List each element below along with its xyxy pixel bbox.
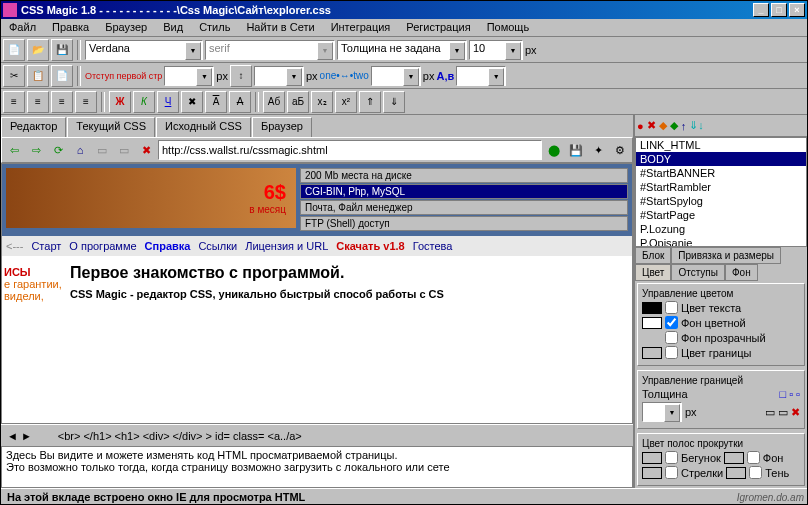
- bold-icon[interactable]: Ж: [109, 91, 131, 113]
- bg-transparent-check[interactable]: [665, 331, 678, 344]
- open-file-icon[interactable]: 📂: [27, 39, 49, 61]
- tools-icon[interactable]: ⚙: [610, 140, 630, 160]
- menu-view[interactable]: Вид: [155, 19, 191, 36]
- menu-style[interactable]: Стиль: [191, 19, 238, 36]
- menu-file[interactable]: Файл: [1, 19, 44, 36]
- menu-edit[interactable]: Правка: [44, 19, 97, 36]
- text-color-check[interactable]: [665, 301, 678, 314]
- border-color-swatch[interactable]: [642, 347, 662, 359]
- tag-div[interactable]: <div>: [143, 430, 170, 442]
- tag-a[interactable]: <a../a>: [267, 430, 301, 442]
- border-color-check[interactable]: [665, 346, 678, 359]
- prop-tab-bg[interactable]: Фон: [725, 264, 758, 281]
- nav-prev[interactable]: <---: [6, 240, 23, 252]
- selector-item[interactable]: #StartRambler: [636, 180, 806, 194]
- font-generic-select[interactable]: serif: [205, 40, 335, 60]
- nav-license[interactable]: Лицензия и URL: [245, 240, 328, 252]
- tag-div-close[interactable]: </div>: [173, 430, 203, 442]
- collapse-icon[interactable]: ◄: [7, 430, 18, 442]
- nav-about[interactable]: О программе: [69, 240, 136, 252]
- size-select[interactable]: 10: [469, 40, 523, 60]
- menu-browser[interactable]: Браузер: [97, 19, 155, 36]
- align-right-icon[interactable]: ≡: [51, 91, 73, 113]
- banner-item[interactable]: Почта, Файл менеджер: [300, 200, 628, 215]
- strike-icon[interactable]: А: [229, 91, 251, 113]
- html-source-editor[interactable]: Здесь Вы видите и можете изменять код HT…: [1, 446, 633, 488]
- nav-start[interactable]: Старт: [31, 240, 61, 252]
- selector-item[interactable]: BODY: [636, 152, 806, 166]
- bg-color-check[interactable]: [665, 316, 678, 329]
- new-file-icon[interactable]: 📄: [3, 39, 25, 61]
- underline-icon[interactable]: Ч: [157, 91, 179, 113]
- stop-icon[interactable]: ✖: [136, 140, 156, 160]
- copy-icon[interactable]: 📋: [27, 65, 49, 87]
- close-icon[interactable]: ✖: [647, 119, 656, 132]
- scroll-bg-swatch[interactable]: [724, 452, 744, 464]
- tag-br[interactable]: <br>: [58, 430, 81, 442]
- prop-tab-block[interactable]: Блок: [635, 247, 671, 264]
- tag-h1[interactable]: <h1>: [115, 430, 140, 442]
- border-dash-icon[interactable]: ▫: [789, 388, 793, 400]
- selector-item[interactable]: #StartSpylog: [636, 194, 806, 208]
- case-upper-icon[interactable]: Аб: [263, 91, 285, 113]
- page-icon[interactable]: ▭: [92, 140, 112, 160]
- scroll-bg-check[interactable]: [747, 451, 760, 464]
- save-page-icon[interactable]: 💾: [566, 140, 586, 160]
- font-family-select[interactable]: Verdana: [85, 40, 203, 60]
- favorites-icon[interactable]: ✦: [588, 140, 608, 160]
- tab-editor[interactable]: Редактор: [1, 117, 66, 137]
- scroll-shadow-swatch[interactable]: [726, 467, 746, 479]
- nav-guestbook[interactable]: Гостева: [413, 240, 453, 252]
- minimize-button[interactable]: _: [753, 3, 769, 17]
- forward-icon[interactable]: ⇨: [26, 140, 46, 160]
- prop-tab-anchor[interactable]: Привязка и размеры: [671, 247, 781, 264]
- down-icon[interactable]: ⇓↓: [689, 119, 704, 132]
- border-width-select[interactable]: [642, 402, 682, 422]
- menu-registration[interactable]: Регистрация: [398, 19, 478, 36]
- align-justify-icon[interactable]: ≡: [75, 91, 97, 113]
- home-icon[interactable]: ⌂: [70, 140, 90, 160]
- italic-icon[interactable]: К: [133, 91, 155, 113]
- selector-item[interactable]: P.Lozung: [636, 222, 806, 236]
- selector-item[interactable]: #StartBANNER: [636, 166, 806, 180]
- align-center-icon[interactable]: ≡: [27, 91, 49, 113]
- banner-item[interactable]: 200 Mb места на диске: [300, 168, 628, 183]
- menu-search[interactable]: Найти в Сети: [238, 19, 322, 36]
- add-icon[interactable]: ◆: [659, 119, 667, 132]
- banner-item[interactable]: CGI-BIN, Php, MySQL: [300, 184, 628, 199]
- lineheight-select[interactable]: [254, 66, 304, 86]
- scroll-thumb-check[interactable]: [665, 451, 678, 464]
- nav-download[interactable]: Скачать v1.8: [336, 240, 404, 252]
- overline-icon[interactable]: А: [205, 91, 227, 113]
- selector-item[interactable]: P.Opisanie: [636, 236, 806, 247]
- superscript-icon[interactable]: x²: [335, 91, 357, 113]
- tab-current-css[interactable]: Текущий CSS: [67, 117, 155, 137]
- attr-id[interactable]: id=: [215, 430, 230, 442]
- spacing-icon[interactable]: one•↔•two: [320, 70, 369, 81]
- save-file-icon[interactable]: 💾: [51, 39, 73, 61]
- scroll-thumb-swatch[interactable]: [642, 452, 662, 464]
- paste-icon[interactable]: 📄: [51, 65, 73, 87]
- selector-item[interactable]: #StartPage: [636, 208, 806, 222]
- scroll-shadow-check[interactable]: [749, 466, 762, 479]
- bg-color-swatch[interactable]: [642, 317, 662, 329]
- delete-icon[interactable]: ●: [637, 120, 644, 132]
- border-all-icon[interactable]: □: [780, 388, 787, 400]
- menu-integration[interactable]: Интеграция: [323, 19, 399, 36]
- maximize-button[interactable]: □: [771, 3, 787, 17]
- nav-help[interactable]: Справка: [145, 240, 191, 252]
- banner-item[interactable]: FTP (Shell) доступ: [300, 216, 628, 231]
- apply-icon[interactable]: ◆: [670, 119, 678, 132]
- back-icon[interactable]: ⇦: [4, 140, 24, 160]
- letterspace-icon[interactable]: А‚в: [436, 70, 454, 82]
- border-style-icon[interactable]: ▭: [765, 406, 775, 419]
- align-left-icon[interactable]: ≡: [3, 91, 25, 113]
- subscript-icon[interactable]: x₂: [311, 91, 333, 113]
- border-style2-icon[interactable]: ▭: [778, 406, 788, 419]
- spacing-select[interactable]: [371, 66, 421, 86]
- close-button[interactable]: ×: [789, 3, 805, 17]
- clear-format-icon[interactable]: ✖: [181, 91, 203, 113]
- window-icon[interactable]: ▭: [114, 140, 134, 160]
- border-clear-icon[interactable]: ✖: [791, 406, 800, 419]
- scroll-arrow-swatch[interactable]: [642, 467, 662, 479]
